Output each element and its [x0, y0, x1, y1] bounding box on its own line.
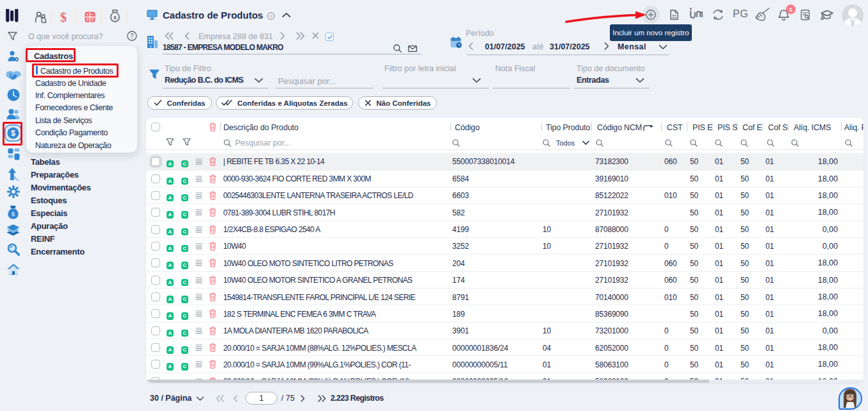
svg-text:$: $ [12, 211, 15, 217]
svg-text:$: $ [113, 15, 117, 21]
svg-text:i: i [270, 13, 272, 19]
svg-text:?: ? [130, 33, 134, 40]
